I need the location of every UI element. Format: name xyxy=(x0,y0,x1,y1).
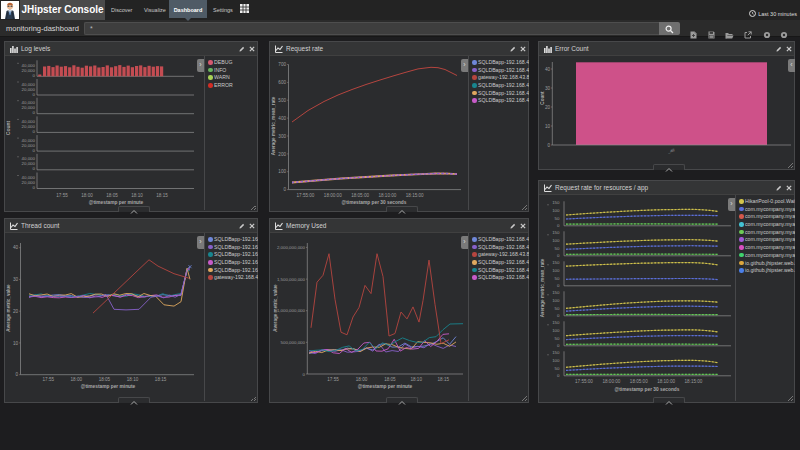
svg-text:18:00:00: 18:00:00 xyxy=(324,193,342,198)
svg-text:150: 150 xyxy=(552,260,560,265)
svg-text:1,500,000,000: 1,500,000,000 xyxy=(277,277,306,282)
svg-text:150: 150 xyxy=(552,230,560,235)
svg-text:0: 0 xyxy=(33,129,36,134)
svg-text:0: 0 xyxy=(33,92,36,97)
svg-text:100: 100 xyxy=(552,238,560,243)
svg-text:50: 50 xyxy=(555,366,560,371)
svg-text:17:55: 17:55 xyxy=(327,377,339,382)
svg-text:0: 0 xyxy=(557,223,560,228)
svg-text:18:15:00: 18:15:00 xyxy=(406,193,424,198)
svg-text:17:55:00: 17:55:00 xyxy=(575,379,593,384)
svg-text:18:10: 18:10 xyxy=(410,377,422,382)
svg-text:500: 500 xyxy=(278,98,286,103)
svg-text:10: 10 xyxy=(13,341,19,346)
svg-text:18:10:00: 18:10:00 xyxy=(378,193,396,198)
svg-text:100: 100 xyxy=(552,268,560,273)
svg-text:0: 0 xyxy=(557,373,560,378)
svg-text:1,000,000,000: 1,000,000,000 xyxy=(277,308,306,313)
svg-text:18:15: 18:15 xyxy=(155,377,167,382)
svg-text:0: 0 xyxy=(303,372,306,377)
svg-text:150: 150 xyxy=(552,320,560,325)
svg-text:18:00: 18:00 xyxy=(356,377,368,382)
svg-text:0: 0 xyxy=(15,372,18,377)
svg-text:50: 50 xyxy=(555,336,560,341)
svg-text:0: 0 xyxy=(547,143,550,148)
svg-text:30: 30 xyxy=(13,277,19,282)
svg-text:18:05:00: 18:05:00 xyxy=(630,379,648,384)
svg-text:18:10:00: 18:10:00 xyxy=(657,379,675,384)
svg-text:100: 100 xyxy=(552,298,560,303)
svg-text:0: 0 xyxy=(557,253,560,258)
svg-text:2,000,000,000: 2,000,000,000 xyxy=(277,245,306,250)
svg-text:_all: _all xyxy=(666,147,674,153)
svg-text:0: 0 xyxy=(557,283,560,288)
svg-text:Average metric_value: Average metric_value xyxy=(6,284,11,332)
svg-text:Count: Count xyxy=(6,120,11,135)
svg-text:400: 400 xyxy=(278,116,286,121)
svg-text:100: 100 xyxy=(552,358,560,363)
svg-text:50: 50 xyxy=(555,216,560,221)
svg-text:700: 700 xyxy=(278,62,286,67)
svg-text:100: 100 xyxy=(552,208,560,213)
svg-text:17:55: 17:55 xyxy=(56,193,68,198)
svg-text:20: 20 xyxy=(13,309,19,314)
svg-text:0: 0 xyxy=(33,73,36,78)
svg-text:300: 300 xyxy=(278,134,286,139)
svg-text:18:00: 18:00 xyxy=(71,377,83,382)
svg-text:200: 200 xyxy=(278,152,286,157)
svg-text:18:05: 18:05 xyxy=(106,193,118,198)
svg-text:0: 0 xyxy=(33,185,36,190)
svg-text:18:10: 18:10 xyxy=(131,193,143,198)
svg-text:18:05:00: 18:05:00 xyxy=(351,193,369,198)
svg-text:40: 40 xyxy=(13,245,19,250)
svg-text:600: 600 xyxy=(278,80,286,85)
svg-text:40: 40 xyxy=(545,67,551,72)
svg-text:Count: Count xyxy=(540,91,545,105)
svg-text:500,000,000: 500,000,000 xyxy=(281,340,306,345)
svg-text:100: 100 xyxy=(552,328,560,333)
svg-text:0: 0 xyxy=(557,343,560,348)
svg-text:0: 0 xyxy=(33,110,36,115)
svg-text:18:05: 18:05 xyxy=(99,377,111,382)
svg-text:18:15: 18:15 xyxy=(156,193,168,198)
svg-text:30: 30 xyxy=(545,86,551,91)
svg-text:@timestamp per minute: @timestamp per minute xyxy=(81,384,136,389)
svg-text:18:15:00: 18:15:00 xyxy=(685,379,703,384)
svg-text:@timestamp per minute: @timestamp per minute xyxy=(358,384,413,389)
svg-text:0: 0 xyxy=(557,313,560,318)
svg-text:@timestamp per minute: @timestamp per minute xyxy=(89,200,144,205)
svg-text:0: 0 xyxy=(33,166,36,171)
svg-text:@timestamp per 30 seconds: @timestamp per 30 seconds xyxy=(342,200,407,205)
svg-text:17:55:00: 17:55:00 xyxy=(297,193,315,198)
svg-text:100: 100 xyxy=(278,169,286,174)
svg-text:18:00: 18:00 xyxy=(81,193,93,198)
svg-text:150: 150 xyxy=(552,290,560,295)
svg-text:150: 150 xyxy=(552,200,560,205)
svg-text:17:55: 17:55 xyxy=(43,377,55,382)
svg-text:18:00:00: 18:00:00 xyxy=(602,379,620,384)
svg-text:10: 10 xyxy=(545,124,551,129)
svg-text:Average metric_mean_rate: Average metric_mean_rate xyxy=(540,258,545,317)
svg-text:20: 20 xyxy=(545,105,551,110)
svg-text:18:15: 18:15 xyxy=(438,377,450,382)
svg-text:0: 0 xyxy=(283,187,286,192)
svg-text:0: 0 xyxy=(33,148,36,153)
svg-text:18:05: 18:05 xyxy=(384,377,396,382)
svg-text:50: 50 xyxy=(555,276,560,281)
svg-text:150: 150 xyxy=(552,350,560,355)
svg-text:18:10: 18:10 xyxy=(127,377,139,382)
svg-text:Average metric_mean_rate: Average metric_mean_rate xyxy=(271,96,276,155)
svg-text:50: 50 xyxy=(555,246,560,251)
svg-text:50: 50 xyxy=(555,306,560,311)
svg-text:@timestamp per 30 seconds: @timestamp per 30 seconds xyxy=(615,387,680,392)
